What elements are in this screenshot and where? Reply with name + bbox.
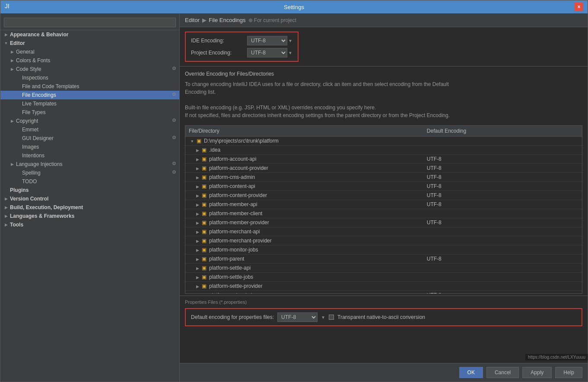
file-table: File/Directory Default Encoding ▼ ▣ D:\m… [185, 126, 582, 294]
table-row[interactable]: ▶ ▣ platform-cms-admin UTF-8 [185, 173, 582, 182]
sidebar-item-build[interactable]: ▶ Build, Execution, Deployment [0, 203, 179, 212]
folder-icon: ▣ [202, 210, 207, 216]
sidebar-item-label: GUI Designer [21, 135, 171, 142]
sidebar-item-version-control[interactable]: ▶ Version Control [0, 194, 179, 203]
encoding-cell: UTF-8 [423, 200, 582, 209]
sidebar-item-colors-fonts[interactable]: ▶ Colors & Fonts [0, 56, 179, 65]
sidebar-item-tools[interactable]: ▶ Tools [0, 220, 179, 229]
sidebar-item-general[interactable]: ▶ General [0, 48, 179, 56]
table-row[interactable]: ▶ ▣ platform-account-provider UTF-8 [185, 164, 582, 173]
table-row[interactable]: ▶ ▣ platform-merchant-api [185, 227, 582, 236]
apply-button[interactable]: Apply [522, 367, 552, 378]
table-row[interactable]: ▶ ▣ .idea [185, 146, 582, 155]
cancel-button[interactable]: Cancel [486, 367, 519, 378]
sidebar-item-emmet[interactable]: Emmet [0, 125, 179, 134]
help-button[interactable]: Help [555, 367, 582, 378]
sidebar-item-label: File Encodings [21, 92, 171, 99]
folder-icon: ▣ [202, 165, 207, 171]
table-row[interactable]: ▶ ▣ platform-merchant-provider [185, 236, 582, 245]
sidebar-item-todo[interactable]: TODO [0, 177, 179, 186]
sidebar-item-spelling[interactable]: Spelling ⚙ [0, 169, 179, 177]
override-desc-3: Built-in file encoding (e.g. JSP, HTML o… [185, 105, 376, 111]
sidebar-item-live-templates[interactable]: Live Templates [0, 99, 179, 108]
file-dir-cell: ▶ ▣ platform-settle-provider [185, 282, 423, 291]
table-row[interactable]: ▶ ▣ platform-content-api UTF-8 [185, 182, 582, 191]
table-row[interactable]: ▶ ▣ platform-settle-api [185, 264, 582, 273]
ok-button[interactable]: OK [459, 367, 483, 378]
table-wrapper: File/Directory Default Encoding ▼ ▣ D:\m… [180, 125, 588, 296]
table-row[interactable]: ▶ ▣ platform-parent UTF-8 [185, 255, 582, 264]
override-desc-2: Encoding list. [185, 89, 216, 95]
table-row[interactable]: ▶ ▣ platform-settle-jobs [185, 273, 582, 282]
encoding-cell [423, 137, 582, 146]
folder-icon: ▣ [202, 274, 207, 280]
file-dir-cell: ▶ ▣ platform-merchant-api [185, 227, 423, 236]
close-button[interactable]: × [575, 3, 583, 11]
file-name: platform-content-api [209, 183, 255, 189]
encoding-cell: UTF-8 [423, 255, 582, 264]
table-row[interactable]: ▶ ▣ platform-web-admin UTF-8 [185, 291, 582, 294]
row-arrow: ▶ [196, 275, 199, 280]
bottom-bar: OK Cancel Apply Help [180, 363, 588, 382]
table-row[interactable]: ▶ ▣ platform-content-provider UTF-8 [185, 191, 582, 200]
folder-icon: ▣ [202, 283, 207, 289]
sidebar-item-images[interactable]: Images [0, 143, 179, 151]
folder-icon: ▣ [202, 265, 207, 271]
file-dir-cell: ▶ ▣ platform-parent [185, 255, 423, 264]
override-desc: To change encoding IntelliJ IDEA uses fo… [185, 80, 574, 119]
properties-encoding-select[interactable]: UTF-8 UTF-16 ISO-8859-1 [277, 312, 318, 322]
encoding-cell: UTF-8 [423, 164, 582, 173]
row-arrow: ▶ [196, 266, 199, 271]
row-arrow: ▶ [196, 221, 199, 225]
override-desc-1: To change encoding IntelliJ IDEA uses fo… [185, 81, 449, 87]
folder-icon: ▣ [202, 147, 207, 153]
encoding-cell: UTF-8 [423, 291, 582, 294]
sidebar-item-intentions[interactable]: Intentions [0, 151, 179, 160]
row-arrow: ▶ [196, 203, 199, 207]
sidebar-item-file-encodings[interactable]: File Encodings ⚙ [0, 91, 179, 99]
title-bar: JI Settings × [0, 0, 588, 13]
row-arrow: ▶ [196, 257, 199, 261]
sidebar-item-label: File Types [21, 109, 179, 116]
table-row[interactable]: ▼ ▣ D:\my\projects\src\trunk\platform [185, 137, 582, 146]
file-dir-cell: ▶ ▣ platform-content-provider [185, 191, 423, 200]
file-dir-cell: ▶ ▣ platform-merchant-provider [185, 236, 423, 245]
sidebar-item-copyright[interactable]: ▶ Copyright ⚙ [0, 117, 179, 125]
table-row[interactable]: ▶ ▣ platform-member-client [185, 209, 582, 218]
override-section: Override Encoding for Files/Directories … [180, 67, 588, 125]
search-input[interactable] [4, 18, 176, 27]
project-encoding-row: Project Encoding: UTF-8 UTF-16 ISO-8859-… [191, 48, 292, 57]
table-row[interactable]: ▶ ▣ platform-account-api UTF-8 [185, 155, 582, 164]
native-to-ascii-checkbox[interactable] [329, 315, 334, 320]
sidebar-item-file-types[interactable]: File Types [0, 108, 179, 117]
sidebar-item-label: Emmet [21, 126, 179, 133]
table-row[interactable]: ▶ ▣ platform-member-api UTF-8 [185, 200, 582, 209]
properties-section: Properties Files (*.properties) Default … [180, 296, 588, 330]
override-title: Override Encoding for Files/Directories [185, 71, 582, 77]
file-dir-cell: ▶ ▣ platform-member-api [185, 200, 423, 209]
file-table-body: ▼ ▣ D:\my\projects\src\trunk\platform ▶ … [185, 137, 582, 294]
sidebar-item-languages[interactable]: ▶ Languages & Frameworks [0, 212, 179, 220]
sidebar-item-label: Intentions [21, 152, 179, 159]
file-dir-cell: ▶ ▣ platform-member-client [185, 209, 423, 218]
table-row[interactable]: ▶ ▣ platform-settle-provider [185, 282, 582, 291]
breadcrumb-path: Editor [185, 17, 200, 23]
sidebar-item-file-code-templates[interactable]: File and Code Templates [0, 82, 179, 91]
project-encoding-select[interactable]: UTF-8 UTF-16 ISO-8859-1 [247, 48, 287, 57]
sidebar-item-gui-designer[interactable]: GUI Designer ⚙ [0, 134, 179, 143]
file-table-scroll[interactable]: File/Directory Default Encoding ▼ ▣ D:\m… [185, 125, 582, 294]
file-dir-cell: ▶ ▣ .idea [185, 146, 423, 155]
project-tag: ⊕ For current project [248, 17, 296, 23]
sidebar-item-editor[interactable]: ▼ Editor [0, 39, 179, 48]
sidebar-item-plugins[interactable]: Plugins [0, 186, 179, 194]
ide-encoding-select[interactable]: UTF-8 UTF-16 ISO-8859-1 [247, 36, 287, 45]
sidebar-item-appearance[interactable]: ▶ Appearance & Behavior [0, 30, 179, 39]
tree-arrow: ▶ [3, 205, 9, 210]
table-row[interactable]: ▶ ▣ platform-member-provider UTF-8 [185, 218, 582, 227]
encoding-cell: UTF-8 [423, 191, 582, 200]
sidebar-item-language-injections[interactable]: ▶ Language Injections ⚙ [0, 160, 179, 169]
sidebar-item-code-style[interactable]: ▶ Code Style ⚙ [0, 65, 179, 73]
table-row[interactable]: ▶ ▣ platform-monitor-jobs [185, 245, 582, 255]
sidebar-item-inspections[interactable]: Inspections [0, 73, 179, 82]
encoding-cell [423, 264, 582, 273]
